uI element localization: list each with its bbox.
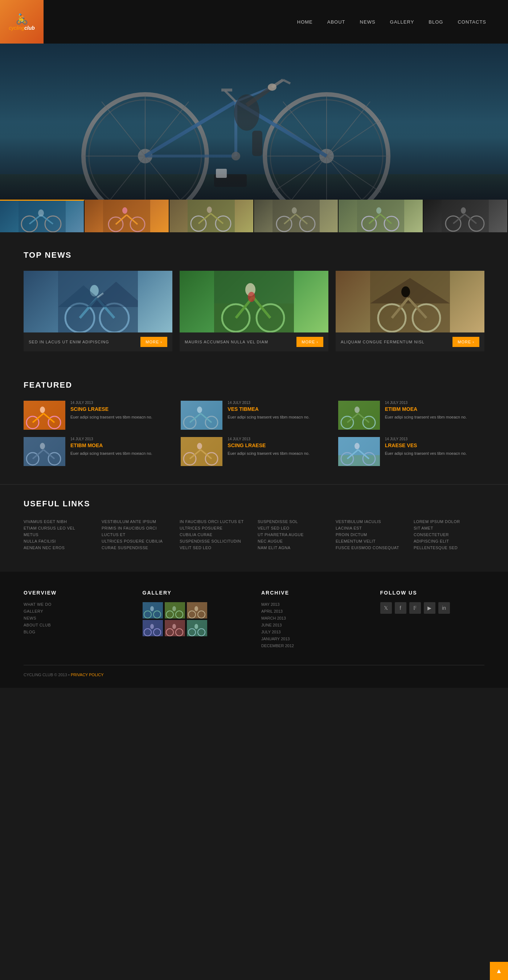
archive-link-1[interactable]: MAY 2013 (261, 602, 366, 606)
news-card-1: SED IN LACUS UT ENIM ADIPISCING MORE (24, 271, 172, 352)
link-5-5[interactable]: FUSCE EUISMOD CONSEQUAT (336, 546, 406, 550)
news-caption-1: SED IN LACUS UT ENIM ADIPISCING MORE (24, 332, 172, 352)
featured-title-1[interactable]: SCING LRAESE (70, 406, 170, 412)
link-4-3[interactable]: UT PHARETRA AUGUE (258, 533, 329, 537)
link-5-4[interactable]: ELEMENTUM VELIT (336, 539, 406, 543)
gallery-thumb-4[interactable] (143, 620, 163, 636)
header: 🚴 cyclingclub HOME ABOUT NEWS GALLERY BL… (0, 0, 508, 43)
thumbnail-3[interactable] (170, 200, 254, 232)
nav-blog[interactable]: BLOG (429, 19, 443, 25)
nav-about[interactable]: ABOUT (327, 19, 345, 25)
link-4-1[interactable]: SUSPENDISSE SOL (258, 519, 329, 524)
link-2-3[interactable]: LUCTUS ET (102, 533, 172, 537)
archive-link-5[interactable]: JULY 2013 (261, 630, 366, 634)
thumbnail-6[interactable] (424, 200, 508, 232)
link-group-5: VESTIBULUM IACULIS LACINIA EST PROIN DIC… (336, 519, 406, 550)
link-2-2[interactable]: PRIMIS IN FAUCIBUS ORCI (102, 526, 172, 530)
link-1-3[interactable]: METUS (24, 533, 94, 537)
archive-link-2[interactable]: APRIL 2013 (261, 609, 366, 613)
linkedin-icon[interactable]: in (438, 602, 450, 614)
gallery-thumb-5[interactable] (165, 620, 185, 636)
flickr-icon[interactable]: 𝔽 (409, 602, 421, 614)
footer-overview-link-2[interactable]: GALLERY (24, 609, 128, 613)
hero-background (0, 43, 508, 200)
svg-rect-112 (24, 437, 65, 466)
footer-overview-link-3[interactable]: NEWS (24, 616, 128, 620)
archive-link-6[interactable]: JANUARY 2013 (261, 636, 366, 641)
featured-title-2[interactable]: VES TIBMEA (227, 406, 327, 412)
facebook-icon[interactable]: f (395, 602, 406, 614)
link-6-3[interactable]: CONSECTETUER (414, 533, 484, 537)
top-news-title: TOP NEWS (24, 250, 484, 260)
nav-gallery[interactable]: GALLERY (390, 19, 414, 25)
link-1-5[interactable]: AENEAN NEC EROS (24, 546, 94, 550)
link-3-1[interactable]: IN FAUCIBUS ORCI LUCTUS ET (179, 519, 250, 524)
top-news-section: TOP NEWS SED IN LACUS UT ENIM (0, 232, 508, 369)
link-3-3[interactable]: CUBILIA CURAE (179, 533, 250, 537)
twitter-icon[interactable]: 𝕏 (380, 602, 392, 614)
news-more-2[interactable]: MORE (297, 337, 323, 347)
archive-link-4[interactable]: JUNE 2013 (261, 623, 366, 627)
link-1-1[interactable]: VIVAMUS EGET NIBH (24, 519, 94, 524)
thumbnail-4[interactable] (254, 200, 338, 232)
featured-title-3[interactable]: ETIBM MOEA (385, 406, 484, 412)
thumbnail-2[interactable] (84, 200, 169, 232)
footer-overview-link-5[interactable]: BLOG (24, 630, 128, 634)
link-6-1[interactable]: LOREM IPSUM DOLOR (414, 519, 484, 524)
archive-link-3[interactable]: MARCH 2013 (261, 616, 366, 620)
link-5-2[interactable]: LACINIA EST (336, 526, 406, 530)
featured-title-4[interactable]: ETIBM MOEA (70, 442, 170, 448)
svg-rect-64 (441, 200, 489, 232)
svg-point-146 (150, 624, 154, 629)
link-5-1[interactable]: VESTIBULUM IACULIS (336, 519, 406, 524)
featured-title-5[interactable]: SCING LRAESE (227, 442, 327, 448)
featured-text-6: Euer adipi scing traesent ves tibm moeac… (385, 450, 484, 457)
link-1-2[interactable]: ETIAM CURSUS LEO VEL (24, 526, 94, 530)
thumbnail-1[interactable] (0, 200, 84, 232)
link-6-5[interactable]: PELLENTESQUE SED (414, 546, 484, 550)
link-2-1[interactable]: VESTIBULUM ANTE IPSUM (102, 519, 172, 524)
news-more-1[interactable]: MORE (140, 337, 167, 347)
gallery-thumb-1[interactable] (143, 602, 163, 619)
link-6-4[interactable]: ADIPISCING ELIT (414, 539, 484, 543)
svg-point-39 (38, 210, 44, 217)
nav-news[interactable]: NEWS (360, 19, 376, 25)
news-more-3[interactable]: MORE (452, 337, 479, 347)
nav-home[interactable]: HOME (297, 19, 313, 25)
link-2-5[interactable]: CURAE SUSPENDISSE (102, 546, 172, 550)
footer-overview-link-1[interactable]: WHAT WE DO (24, 602, 128, 606)
youtube-icon[interactable]: ▶ (424, 602, 435, 614)
link-4-5[interactable]: NAM ELIT AGNA (258, 546, 329, 550)
link-4-2[interactable]: VELIT SED LEO (258, 526, 329, 530)
svg-point-63 (376, 207, 381, 214)
logo[interactable]: 🚴 cyclingclub (0, 0, 44, 43)
featured-item-3: 14 JULY 2013 ETIBM MOEA Euer adipi scing… (338, 401, 484, 430)
link-3-2[interactable]: ULTRICES POSUERE (179, 526, 250, 530)
gallery-thumb-2[interactable] (165, 602, 185, 619)
privacy-policy-link[interactable]: PRIVACY POLICY (71, 673, 104, 677)
archive-link-7[interactable]: DECEMBER 2012 (261, 644, 366, 648)
featured-content-3: 14 JULY 2013 ETIBM MOEA Euer adipi scing… (385, 401, 484, 420)
link-3-4[interactable]: SUSPENDISSE SOLLICITUDIN (179, 539, 250, 543)
link-5-3[interactable]: PROIN DICTUM (336, 533, 406, 537)
featured-title-6[interactable]: LRAESE VES (385, 442, 484, 448)
featured-date-6: 14 JULY 2013 (385, 437, 484, 441)
link-6-2[interactable]: SIT AMET (414, 526, 484, 530)
gallery-thumbnails (143, 602, 208, 636)
footer-overview-link-4[interactable]: ABOUT CLUB (24, 623, 128, 627)
useful-links-title: USEFUL LINKS (24, 499, 484, 509)
link-group-1: VIVAMUS EGET NIBH ETIAM CURSUS LEO VEL M… (24, 519, 94, 550)
link-3-5[interactable]: VELIT SED LEO (179, 546, 250, 550)
thumbnail-5[interactable] (338, 200, 423, 232)
link-2-4[interactable]: ULTRICES POSUERE CUBILIA (102, 539, 172, 543)
link-4-4[interactable]: NEC AUGUE (258, 539, 329, 543)
link-1-4[interactable]: NULLA FACILISI (24, 539, 94, 543)
gallery-thumb-3[interactable] (187, 602, 207, 619)
nav-contacts[interactable]: CONTACTS (457, 19, 486, 25)
featured-date-3: 14 JULY 2013 (385, 401, 484, 405)
featured-image-5 (181, 437, 222, 466)
gallery-thumb-6[interactable] (187, 620, 207, 636)
featured-title: FEATURED (24, 380, 484, 390)
featured-content-2: 14 JULY 2013 VES TIBMEA Euer adipi scing… (227, 401, 327, 420)
svg-rect-40 (103, 200, 150, 232)
